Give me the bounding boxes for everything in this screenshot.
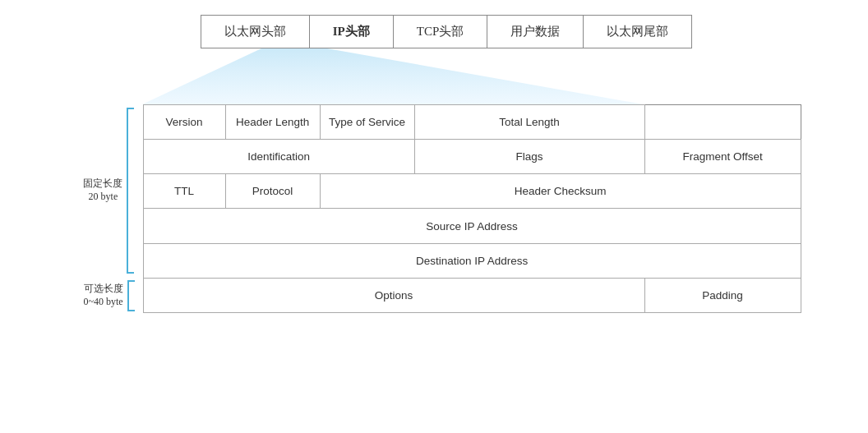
version-cell: Version [143, 105, 225, 140]
table-row: Source IP Address [143, 209, 801, 243]
flags-cell: Flags [414, 140, 644, 174]
optional-length-label: 可选长度 0~40 byte [83, 283, 122, 308]
tcp-header-cell: TCP头部 [394, 16, 488, 48]
fixed-bracket-icon [122, 104, 136, 277]
fragment-offset-cell: Fragment Offset [644, 140, 801, 174]
dest-ip-cell: Destination IP Address [143, 243, 801, 278]
ethernet-header-cell: 以太网头部 [201, 16, 310, 48]
options-cell: Options [143, 278, 644, 312]
padding-cell: Padding [644, 278, 801, 312]
header-checksum-cell: Header Checksum [320, 174, 801, 209]
table-row: Version Header Length Type of Service To… [143, 105, 801, 140]
type-of-service-cell: Type of Service [320, 105, 414, 140]
ip-section: 固定长度 20 byte 可选长度 0~40 byte [83, 104, 801, 313]
bracket-area: 固定长度 20 byte 可选长度 0~40 byte [83, 104, 136, 313]
page-container: 以太网头部 IP头部 TCP头部 用户数据 以太网尾部 [0, 0, 868, 433]
trapezoid-connector [134, 48, 759, 104]
svg-marker-0 [142, 48, 644, 104]
table-row: Destination IP Address [143, 243, 801, 278]
ip-header-cell: IP头部 [310, 16, 394, 48]
source-ip-cell: Source IP Address [143, 209, 801, 243]
fixed-length-label: 固定长度 20 byte [83, 177, 122, 203]
ethernet-frame-row: 以太网头部 IP头部 TCP头部 用户数据 以太网尾部 [201, 15, 693, 48]
protocol-cell: Protocol [225, 174, 320, 209]
table-row: TTL Protocol Header Checksum [143, 174, 801, 209]
ip-header-table: Version Header Length Type of Service To… [143, 104, 801, 313]
identification-cell: Identification [143, 140, 414, 174]
table-row: Options Padding [143, 278, 801, 312]
ttl-cell: TTL [143, 174, 225, 209]
optional-bracket-icon [123, 279, 136, 313]
table-row: Identification Flags Fragment Offset [143, 140, 801, 174]
header-length-cell: Header Length [225, 105, 320, 140]
total-length-cell: Total Length [414, 105, 644, 140]
user-data-cell: 用户数据 [487, 16, 584, 48]
ethernet-tail-cell: 以太网尾部 [584, 16, 691, 48]
